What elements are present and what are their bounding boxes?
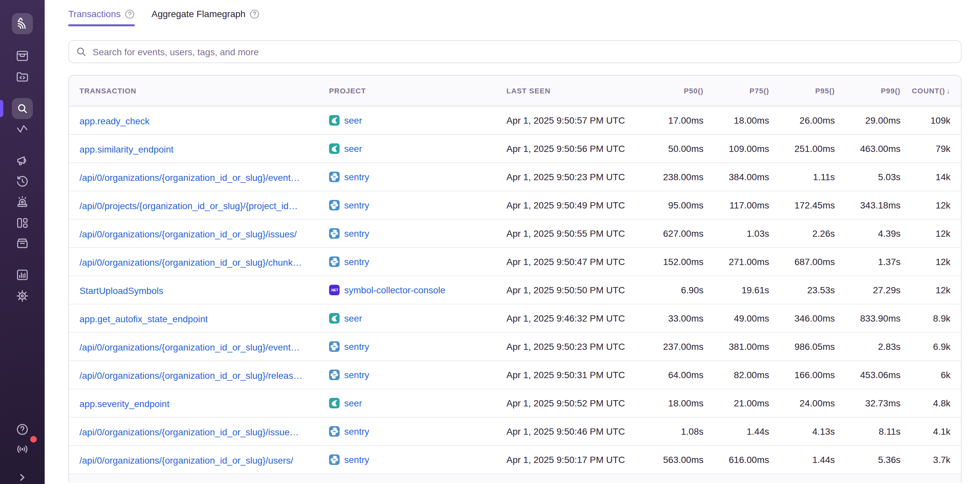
- transaction-link[interactable]: StartUploadSymbols: [80, 285, 163, 296]
- sidebar-item-stats[interactable]: [11, 263, 34, 287]
- p99-cell: 5.03s: [835, 172, 900, 182]
- p95-cell: 26.00ms: [769, 115, 835, 126]
- tab-aggregate-flamegraph[interactable]: Aggregate Flamegraph: [151, 8, 259, 26]
- transaction-link[interactable]: /api/0/organizations/{organization_id_or…: [80, 172, 300, 182]
- search-input[interactable]: [91, 46, 954, 58]
- seer-project-icon: [329, 313, 340, 324]
- column-header-count[interactable]: COUNT()↓: [900, 87, 950, 95]
- p99-cell: 463.00ms: [835, 143, 900, 154]
- p50-cell: 6.90s: [638, 285, 703, 295]
- column-header-last-seen[interactable]: LAST SEEN: [506, 87, 638, 95]
- column-header-transaction[interactable]: TRANSACTION: [80, 87, 329, 95]
- python-project-icon: [329, 228, 340, 239]
- question-circle-icon[interactable]: [124, 9, 134, 19]
- transaction-link[interactable]: app.get_autofix_state_endpoint: [80, 313, 208, 324]
- project-link[interactable]: seer: [344, 398, 362, 408]
- p75-cell: 117.00ms: [703, 200, 769, 211]
- archive-box-icon: [15, 236, 30, 251]
- count-cell: 79k: [900, 143, 950, 154]
- project-link[interactable]: sentry: [344, 200, 369, 211]
- transaction-link[interactable]: /api/0/organizations/{organization_id_or…: [80, 370, 302, 380]
- sidebar-collapse-button[interactable]: [11, 466, 34, 484]
- sidebar-item-settings[interactable]: [11, 284, 34, 308]
- sentry-logo[interactable]: [12, 13, 33, 34]
- transaction-link[interactable]: /api/0/organizations/{organization_id_or…: [80, 342, 300, 352]
- column-header-p50[interactable]: P50(): [638, 87, 703, 95]
- sidebar-item-traces[interactable]: [11, 118, 34, 141]
- p95-cell: 166.00ms: [769, 370, 835, 380]
- tab-transactions[interactable]: Transactions: [68, 8, 134, 26]
- project-link[interactable]: sentry: [344, 341, 369, 352]
- column-header-p75[interactable]: P75(): [703, 87, 769, 95]
- python-project-icon: [329, 256, 340, 267]
- transaction-link[interactable]: app.severity_endpoint: [80, 398, 169, 409]
- sidebar-item-whats-new[interactable]: [11, 437, 34, 461]
- p50-cell: 64.00ms: [638, 370, 703, 380]
- sidebar-item-alerts[interactable]: [11, 190, 34, 214]
- transaction-link[interactable]: /api/0/organizations/{organization_id_or…: [80, 228, 297, 239]
- count-cell: 4.1k: [900, 426, 950, 437]
- python-project-icon: [329, 426, 340, 437]
- sidebar-item-releases[interactable]: [11, 232, 34, 255]
- p75-cell: 271.00ms: [703, 256, 769, 267]
- p50-cell: 17.00ms: [638, 115, 703, 126]
- column-header-p99[interactable]: P99(): [835, 87, 900, 95]
- table-row: /api/0/organizations/{organization_id_or…: [69, 333, 961, 361]
- count-cell: 8.9k: [900, 313, 950, 324]
- count-cell: 12k: [900, 200, 950, 211]
- sidebar: [0, 0, 45, 484]
- count-cell: 6.9k: [900, 341, 950, 352]
- transaction-link[interactable]: /api/0/organizations/{organization_id_or…: [80, 426, 299, 437]
- p99-cell: 2.83s: [835, 341, 900, 352]
- transaction-link[interactable]: /api/0/organizations/{organization_id_or…: [80, 455, 293, 465]
- project-link[interactable]: sentry: [344, 256, 369, 267]
- sidebar-item-issues[interactable]: [11, 44, 34, 68]
- sentry-logo-icon: [16, 17, 29, 30]
- question-circle-icon[interactable]: [250, 9, 259, 19]
- project-link[interactable]: sentry: [344, 454, 369, 465]
- layout-panels-icon: [15, 216, 30, 230]
- p95-cell: 1.44s: [769, 454, 835, 465]
- project-link[interactable]: symbol-collector-console: [344, 285, 445, 295]
- column-header-p95[interactable]: P95(): [769, 87, 835, 95]
- column-header-project[interactable]: PROJECT: [329, 87, 506, 95]
- p95-cell: 23.53s: [769, 285, 835, 295]
- p75-cell: 82.00ms: [703, 370, 769, 380]
- count-cell: 4.8k: [900, 398, 950, 408]
- zigzag-pulse-icon: [15, 122, 30, 137]
- bar-chart-icon: [15, 268, 30, 282]
- transaction-link[interactable]: app.ready_check: [80, 115, 150, 126]
- table-row: /api/0/organizations/{organization_id_or…: [69, 418, 961, 446]
- sidebar-item-search-active[interactable]: [12, 98, 33, 119]
- megaphone-icon: [15, 153, 30, 168]
- p50-cell: 50.00ms: [638, 143, 703, 154]
- p75-cell: 18.00ms: [703, 115, 769, 126]
- project-link[interactable]: sentry: [344, 228, 369, 239]
- chevron-right-icon: [15, 470, 30, 484]
- p95-cell: 24.00ms: [769, 398, 835, 408]
- project-link[interactable]: sentry: [344, 172, 369, 182]
- p95-cell: 346.00ms: [769, 313, 835, 324]
- transaction-link[interactable]: app.similarity_endpoint: [80, 144, 173, 154]
- sidebar-item-explore[interactable]: [11, 65, 34, 89]
- search-icon: [76, 47, 86, 57]
- p99-cell: 5.36s: [835, 454, 900, 465]
- transaction-link[interactable]: /api/0/organizations/{organization_id_or…: [80, 257, 302, 267]
- p50-cell: 563.00ms: [638, 454, 703, 465]
- project-link[interactable]: sentry: [344, 426, 369, 437]
- last-seen-cell: Apr 1, 2025 9:50:52 PM UTC: [506, 398, 638, 408]
- project-link[interactable]: seer: [344, 143, 362, 154]
- python-project-icon: [329, 341, 340, 352]
- project-link[interactable]: seer: [344, 115, 362, 126]
- sidebar-item-megaphone[interactable]: [11, 149, 34, 172]
- transactions-table: TRANSACTION PROJECT LAST SEEN P50() P75(…: [68, 75, 962, 482]
- python-project-icon: [329, 200, 340, 211]
- transaction-link[interactable]: /api/0/projects/{organization_id_or_slug…: [80, 200, 298, 211]
- last-seen-cell: Apr 1, 2025 9:46:32 PM UTC: [506, 313, 638, 324]
- project-link[interactable]: sentry: [344, 370, 369, 380]
- project-link[interactable]: seer: [344, 313, 362, 324]
- p75-cell: 381.00ms: [703, 341, 769, 352]
- p99-cell: 343.18ms: [835, 200, 900, 211]
- p99-cell: 8.11s: [835, 426, 900, 437]
- seer-project-icon: [329, 398, 340, 408]
